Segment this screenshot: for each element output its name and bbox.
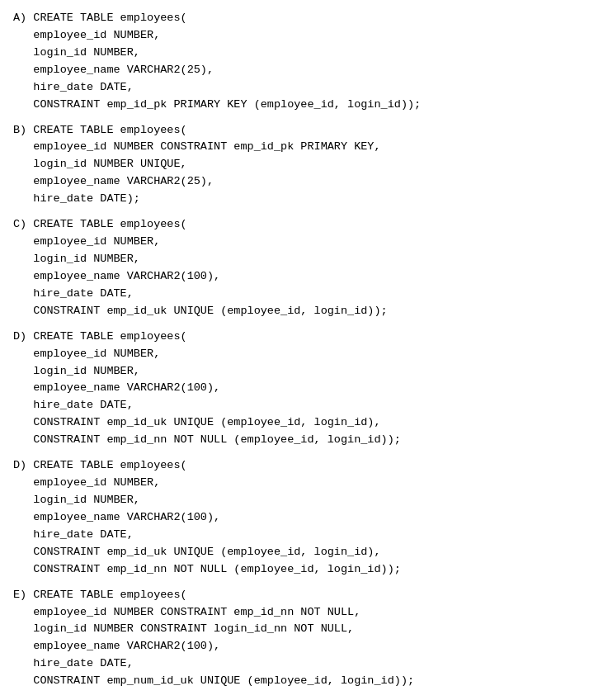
option-d1: D) CREATE TABLE employees( employee_id N… <box>13 329 576 449</box>
code-content: A) CREATE TABLE employees( employee_id N… <box>13 10 576 690</box>
option-c: C) CREATE TABLE employees( employee_id N… <box>13 216 576 320</box>
option-b: B) CREATE TABLE employees( employee_id N… <box>13 122 576 209</box>
option-e: E) CREATE TABLE employees( employee_id N… <box>13 587 576 691</box>
option-e-text: E) CREATE TABLE employees( employee_id N… <box>13 589 414 688</box>
option-a: A) CREATE TABLE employees( employee_id N… <box>13 10 576 114</box>
option-a-text: A) CREATE TABLE employees( employee_id N… <box>13 12 421 111</box>
option-d1-text: D) CREATE TABLE employees( employee_id N… <box>13 330 401 447</box>
option-d2-text: D) CREATE TABLE employees( employee_id N… <box>13 459 401 575</box>
option-d2: D) CREATE TABLE employees( employee_id N… <box>13 457 576 578</box>
option-c-text: C) CREATE TABLE employees( employee_id N… <box>13 218 388 317</box>
option-b-text: B) CREATE TABLE employees( employee_id N… <box>13 124 381 206</box>
